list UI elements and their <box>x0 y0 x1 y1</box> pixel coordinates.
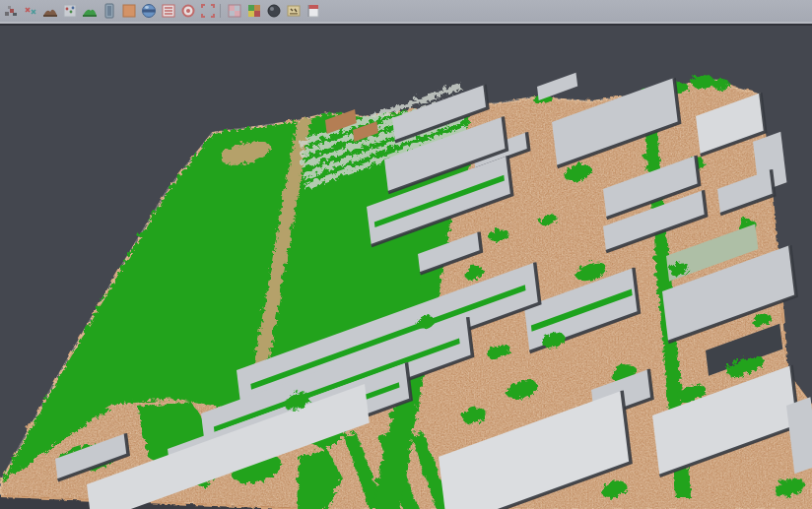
classification-icon[interactable] <box>245 2 263 20</box>
points-icon-glyph <box>3 3 19 19</box>
checker-icon-glyph <box>227 3 242 19</box>
sphere-icon[interactable] <box>265 2 283 20</box>
building-roof <box>537 73 577 100</box>
vegetation-patch <box>710 77 728 89</box>
toolbar-separator <box>217 3 224 19</box>
layers-icon[interactable] <box>160 2 177 20</box>
ortho-icon-glyph <box>121 3 137 19</box>
annotations-icon-glyph <box>286 3 302 19</box>
panel-icon-glyph <box>102 3 117 19</box>
checker-icon[interactable] <box>226 2 243 20</box>
flag-icon[interactable] <box>304 2 322 20</box>
sparse-points-icon[interactable] <box>61 2 79 20</box>
points-icon[interactable] <box>2 2 20 20</box>
point-cloud-scene <box>0 26 812 509</box>
selection-icon[interactable] <box>199 2 217 20</box>
panel-icon[interactable] <box>101 2 118 20</box>
sparse-points-icon-glyph <box>62 3 78 19</box>
terrain-icon[interactable] <box>41 2 59 20</box>
sphere-icon-glyph <box>266 3 282 19</box>
layers-icon-glyph <box>161 3 176 19</box>
target-icon[interactable] <box>179 2 197 20</box>
main-toolbar <box>0 0 812 22</box>
registration-icon[interactable] <box>22 2 39 20</box>
ortho-icon[interactable] <box>120 2 138 20</box>
globe-icon-glyph <box>141 3 157 19</box>
globe-icon[interactable] <box>140 2 158 20</box>
vegetation-icon[interactable] <box>81 2 99 20</box>
registration-icon-glyph <box>23 3 38 19</box>
selection-icon-glyph <box>200 3 216 19</box>
terrain-icon-glyph <box>42 3 58 19</box>
vegetation-patch <box>690 74 713 88</box>
annotations-icon[interactable] <box>285 2 303 20</box>
app-window <box>0 0 812 509</box>
classification-icon-glyph <box>246 3 262 19</box>
3d-viewport[interactable] <box>0 26 812 509</box>
target-icon-glyph <box>180 3 196 19</box>
vegetation-icon-glyph <box>82 3 98 19</box>
flag-icon-glyph <box>305 3 321 19</box>
